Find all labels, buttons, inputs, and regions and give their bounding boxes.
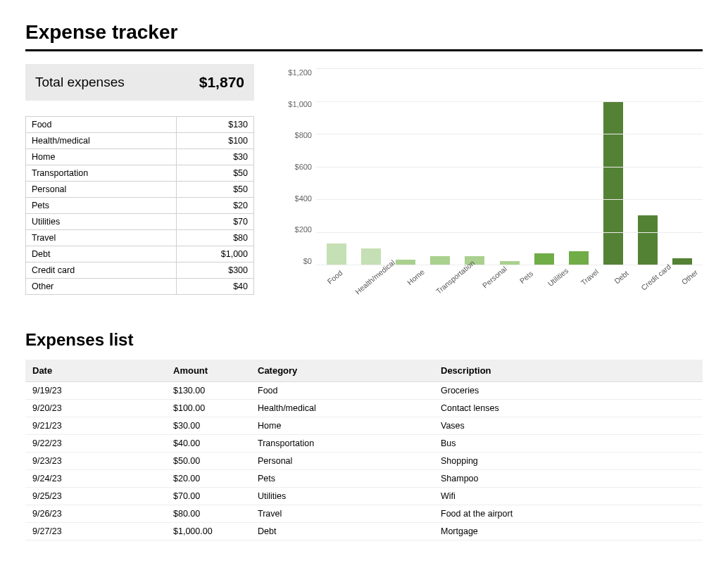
x-tick-label: Personal: [479, 264, 509, 291]
cell-description: Shampoo: [434, 470, 703, 488]
summary-left: Total expenses $1,870 Food$130Health/med…: [25, 64, 254, 295]
cell-amount: $20.00: [166, 470, 251, 488]
x-tick-label: Travel: [575, 264, 605, 291]
cell-category: Debt: [251, 523, 434, 540]
chart-gridline: [316, 199, 703, 200]
table-row[interactable]: 9/27/23$1,000.00DebtMortgage: [25, 523, 703, 540]
chart-x-axis: FoodHealth/medicalHomeTransportationPers…: [316, 268, 703, 277]
y-tick-label: $1,200: [282, 68, 312, 77]
cell-category: Food: [251, 382, 434, 400]
bar: [396, 260, 415, 265]
category-row[interactable]: Debt$1,000: [26, 246, 254, 262]
expenses-table: Date Amount Category Description 9/19/23…: [25, 360, 703, 540]
bar: [603, 101, 623, 265]
cell-description: Mortgage: [434, 523, 703, 540]
cell-date: 9/22/23: [25, 435, 166, 453]
category-name: Personal: [26, 182, 177, 198]
category-row[interactable]: Other$40: [26, 279, 254, 295]
table-row[interactable]: 9/19/23$130.00FoodGroceries: [25, 382, 703, 400]
y-tick-label: $0: [282, 257, 312, 265]
chart-gridline: [316, 134, 703, 134]
category-amount: $50: [177, 182, 254, 198]
y-tick-label: $200: [282, 225, 312, 234]
cell-description: Wifi: [434, 488, 703, 505]
category-row[interactable]: Food$130: [26, 117, 254, 133]
cell-date: 9/27/23: [25, 523, 166, 540]
chart-gridline: [316, 232, 703, 233]
category-amount: $30: [177, 149, 254, 165]
bar: [638, 215, 658, 265]
x-tick-label: Home: [401, 264, 430, 291]
total-value: $1,870: [199, 74, 244, 91]
cell-category: Transportation: [251, 435, 434, 453]
bar: [361, 248, 381, 265]
x-tick-label: Utilities: [543, 264, 572, 291]
category-table: Food$130Health/medical$100Home$30Transpo…: [25, 116, 254, 295]
x-tick-label: Other: [674, 264, 704, 291]
title-divider: [25, 49, 703, 51]
cell-amount: $40.00: [166, 435, 251, 453]
cell-date: 9/25/23: [25, 488, 166, 505]
category-row[interactable]: Transportation$50: [26, 165, 254, 182]
category-row[interactable]: Health/medical$100: [26, 133, 254, 149]
category-amount: $130: [177, 117, 254, 133]
y-tick-label: $600: [282, 163, 312, 171]
category-amount: $300: [177, 262, 254, 279]
chart-plot-area: [316, 68, 703, 265]
chart-gridline: [316, 101, 703, 102]
category-row[interactable]: Travel$80: [26, 230, 254, 246]
table-row[interactable]: 9/21/23$30.00HomeVases: [25, 417, 703, 435]
cell-description: Contact lenses: [434, 400, 703, 417]
category-name: Debt: [26, 246, 177, 262]
category-name: Home: [26, 149, 177, 165]
cell-date: 9/21/23: [25, 417, 166, 435]
category-amount: $20: [177, 198, 254, 214]
y-tick-label: $800: [282, 131, 312, 139]
bar: [430, 256, 450, 265]
x-tick-label: Credit card: [639, 262, 672, 291]
page-title: Expense tracker: [25, 21, 703, 44]
table-row[interactable]: 9/24/23$20.00PetsShampoo: [25, 470, 703, 488]
x-tick-label: Pets: [511, 264, 541, 291]
category-row[interactable]: Pets$20: [26, 198, 254, 214]
cell-amount: $30.00: [166, 417, 251, 435]
y-tick-label: $400: [282, 194, 312, 203]
chart-gridline: [316, 167, 703, 167]
cell-date: 9/26/23: [25, 505, 166, 523]
chart-gridline: [316, 265, 703, 265]
category-amount: $50: [177, 165, 254, 182]
table-row[interactable]: 9/23/23$50.00PersonalShopping: [25, 453, 703, 470]
cell-date: 9/23/23: [25, 453, 166, 470]
table-row[interactable]: 9/20/23$100.00Health/medicalContact lens…: [25, 400, 703, 417]
chart-y-axis: $1,200$1,000$800$600$400$200$0: [282, 68, 316, 265]
table-row[interactable]: 9/22/23$40.00TransportationBus: [25, 435, 703, 453]
cell-amount: $100.00: [166, 400, 251, 417]
category-amount: $100: [177, 133, 254, 149]
cell-description: Vases: [434, 417, 703, 435]
category-name: Pets: [26, 198, 177, 214]
col-category: Category: [251, 360, 434, 382]
cell-amount: $80.00: [166, 505, 251, 523]
col-amount: Amount: [166, 360, 251, 382]
cell-description: Shopping: [434, 453, 703, 470]
cell-description: Bus: [434, 435, 703, 453]
category-row[interactable]: Utilities$70: [26, 214, 254, 230]
category-name: Food: [26, 117, 177, 133]
cell-category: Pets: [251, 470, 434, 488]
category-row[interactable]: Credit card$300: [26, 262, 254, 279]
col-description: Description: [434, 360, 703, 382]
cell-amount: $1,000.00: [166, 523, 251, 540]
category-name: Utilities: [26, 214, 177, 230]
table-row[interactable]: 9/25/23$70.00UtilitiesWifi: [25, 488, 703, 505]
category-row[interactable]: Personal$50: [26, 182, 254, 198]
category-chart: $1,200$1,000$800$600$400$200$0 FoodHealt…: [282, 64, 703, 277]
cell-category: Health/medical: [251, 400, 434, 417]
table-row[interactable]: 9/26/23$80.00TravelFood at the airport: [25, 505, 703, 523]
cell-date: 9/20/23: [25, 400, 166, 417]
category-amount: $1,000: [177, 246, 254, 262]
category-amount: $70: [177, 214, 254, 230]
category-row[interactable]: Home$30: [26, 149, 254, 165]
total-label: Total expenses: [35, 75, 125, 90]
y-tick-label: $1,000: [282, 100, 312, 108]
total-expenses-box: Total expenses $1,870: [25, 64, 254, 101]
